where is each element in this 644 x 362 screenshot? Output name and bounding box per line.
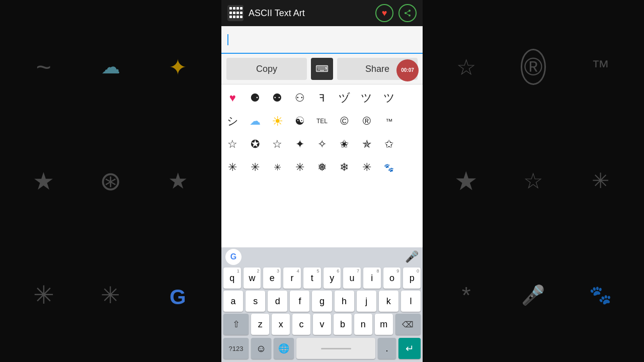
key-period[interactable]: . (378, 338, 396, 359)
key-s[interactable]: s (246, 291, 265, 312)
symbol-heart[interactable]: ♥ (221, 86, 244, 110)
symbol-star2[interactable]: ✪ (244, 133, 266, 156)
key-c[interactable]: c (292, 314, 310, 335)
key-v[interactable]: v (313, 314, 331, 335)
top-bar: ASCII Text Art ♥ (221, 0, 423, 26)
key-b[interactable]: b (334, 314, 352, 335)
bg-sym: ✦ (169, 54, 187, 80)
text-input-area[interactable] (221, 26, 423, 54)
key-n[interactable]: n (354, 314, 372, 335)
symbol-ast1[interactable]: ✳ (221, 156, 244, 179)
symbol-ast7[interactable]: ✳ (356, 156, 378, 179)
bg-sym: ® (521, 49, 546, 85)
timer-badge: 00:07 (396, 59, 419, 81)
key-f[interactable]: f (290, 291, 309, 312)
symbol-ast2[interactable]: ✳ (244, 156, 266, 179)
google-g-letter: G (230, 252, 236, 261)
key-z[interactable]: z (251, 314, 269, 335)
google-button[interactable]: G (225, 249, 242, 265)
bg-sym: ☆ (456, 54, 476, 80)
symbol-star8[interactable]: ✩ (378, 133, 400, 156)
key-q[interactable]: 1q (223, 267, 241, 289)
mic-button[interactable]: 🎤 (405, 250, 419, 263)
symbol-tel[interactable]: TEL (311, 110, 333, 133)
symbol-empty2 (400, 110, 423, 133)
symbol-registered[interactable]: ® (356, 110, 378, 133)
app-title: ASCII Text Art (249, 8, 370, 19)
symbol-paws[interactable]: 🐾 (378, 156, 400, 179)
symbol-copyright[interactable]: © (333, 110, 355, 133)
symbol-dzu1[interactable]: ヅ (333, 86, 355, 110)
bg-sym: * (462, 282, 471, 309)
key-l[interactable]: l (401, 291, 421, 312)
symbol-cloud[interactable]: ☁ (244, 110, 266, 133)
symbol-star4[interactable]: ✦ (288, 133, 310, 156)
key-y[interactable]: 6y (324, 267, 341, 289)
key-m[interactable]: m (375, 314, 393, 335)
bg-sym: ☁ (101, 56, 120, 78)
key-d[interactable]: d (268, 291, 287, 312)
timer-text: 00:07 (401, 67, 414, 73)
key-emoji[interactable]: ☺ (251, 338, 271, 359)
key-p[interactable]: 0p (403, 267, 421, 289)
copy-button[interactable]: Copy (226, 58, 307, 80)
key-backspace[interactable]: ⌫ (395, 314, 421, 335)
symbol-empty4 (400, 156, 423, 179)
key-x[interactable]: x (272, 314, 290, 335)
key-o[interactable]: 9o (383, 267, 401, 289)
symbol-ast6[interactable]: ❄ (333, 156, 355, 179)
key-enter[interactable]: ↵ (398, 338, 421, 359)
keyboard-icon: ⌨ (315, 63, 329, 74)
bg-sym: ✳ (592, 168, 609, 193)
key-g[interactable]: g (312, 291, 332, 312)
symbol-bullet2[interactable]: ⚉ (266, 86, 288, 110)
phone-container: ASCII Text Art ♥ Copy ⌨ Share 00:07 (221, 0, 423, 362)
key-a[interactable]: a (223, 291, 243, 312)
bg-sym: ~ (36, 52, 51, 82)
key-j[interactable]: j (357, 291, 376, 312)
key-h[interactable]: h (335, 291, 354, 312)
key-t[interactable]: 5t (303, 267, 321, 289)
symbol-tsu1[interactable]: ツ (356, 86, 378, 110)
key-r[interactable]: 4r (283, 267, 301, 289)
symbol-ast4[interactable]: ✳ (288, 156, 310, 179)
bg-sym: 🐾 (589, 285, 612, 306)
symbol-yinyang[interactable]: ☯ (288, 110, 310, 133)
bg-sym: G (170, 280, 186, 310)
bg-sym: ☆ (523, 168, 543, 194)
key-row-asdf: a s d f g h j k l (221, 290, 423, 313)
bg-sym: 🎤 (521, 284, 545, 306)
symbol-star3[interactable]: ☆ (266, 133, 288, 156)
key-shift[interactable]: ⇧ (223, 314, 249, 335)
key-row-zxcv: ⇧ z x c v b n m ⌫ (221, 313, 423, 336)
symbol-bullet3[interactable]: ⚇ (288, 86, 310, 110)
symbol-ast5[interactable]: ❅ (311, 156, 333, 179)
key-globe[interactable]: 🌐 (274, 338, 294, 359)
symbol-star7[interactable]: ✯ (356, 133, 378, 156)
symbol-tm[interactable]: ™ (378, 110, 400, 133)
symbol-tsu2[interactable]: ツ (378, 86, 400, 110)
symbols-area: ♥ ⚈ ⚉ ⚇ ꟻ ヅ ツ ツ シ ☁ ☀ ☯ TEL © ® ™ (221, 84, 423, 247)
symbol-star1[interactable]: ☆ (221, 133, 244, 156)
keyboard-top-row: G 🎤 (221, 247, 423, 266)
key-i[interactable]: 8i (363, 267, 381, 289)
symbol-star5[interactable]: ✧ (311, 133, 333, 156)
share-button[interactable] (398, 4, 417, 22)
bg-sym: ★ (33, 167, 54, 195)
bg-right: ☆ ® ™ ★ ☆ ✳ * 🎤 🐾 (423, 0, 644, 362)
symbol-ast3[interactable]: ✳ (266, 156, 288, 179)
key-space[interactable] (296, 338, 375, 359)
key-u[interactable]: 7u (343, 267, 361, 289)
key-e[interactable]: 3e (263, 267, 281, 289)
symbol-bullet1[interactable]: ⚈ (244, 86, 266, 110)
symbol-sun[interactable]: ☀ (266, 110, 288, 133)
heart-button[interactable]: ♥ (375, 4, 393, 22)
key-k[interactable]: k (379, 291, 398, 312)
symbol-shi[interactable]: シ (221, 110, 244, 133)
keyboard-toggle-button[interactable]: ⌨ (311, 58, 333, 80)
symbol-star6[interactable]: ✬ (333, 133, 355, 156)
bg-sym: ⊛ (100, 166, 122, 196)
key-sym-toggle[interactable]: ?123 (223, 338, 249, 359)
key-w[interactable]: 2w (244, 267, 261, 289)
symbol-music[interactable]: ꟻ (311, 86, 333, 110)
